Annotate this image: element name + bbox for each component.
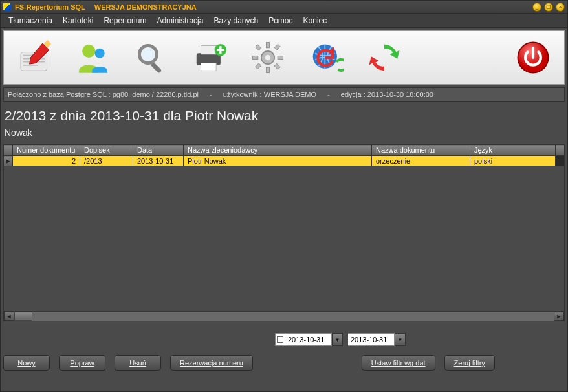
col-nazwa-zleceniodawcy[interactable]: Nazwa zleceniodawcy — [184, 145, 372, 156]
close-icon: × — [559, 4, 562, 10]
svg-rect-12 — [266, 42, 269, 47]
svg-rect-15 — [278, 56, 283, 59]
date-from-checkbox[interactable] — [275, 333, 285, 346]
minimize-icon: _ — [536, 4, 538, 10]
app-icon — [3, 3, 11, 11]
status-user-label: użytkownik : — [223, 91, 262, 98]
edit-icon[interactable] — [17, 39, 53, 76]
menu-tlumaczenia[interactable]: Tłumaczenia — [5, 15, 56, 27]
cell-jezyk[interactable]: polski — [470, 156, 556, 166]
svg-rect-6 — [151, 62, 162, 74]
grid-corner-right — [556, 145, 565, 156]
status-conn-value: pg80_demo / 22280.p.tld.pl — [113, 91, 199, 98]
zeruj-filtry-label: Zeruj filtry — [454, 359, 485, 367]
row-end — [556, 156, 565, 166]
col-nazwa-dokumentu[interactable]: Nazwa dokumentu — [372, 145, 470, 156]
date-from-dropdown-icon[interactable]: ▼ — [332, 333, 343, 346]
status-sep: - — [210, 91, 212, 98]
print-add-icon[interactable] — [191, 39, 228, 76]
menu-koniec[interactable]: Koniec — [300, 15, 331, 27]
col-dopisek[interactable]: Dopisek — [80, 145, 133, 156]
search-icon[interactable] — [133, 39, 169, 76]
scroll-left-icon[interactable]: ◄ — [4, 312, 14, 321]
filter-row: ▼ ▼ — [3, 333, 565, 346]
svg-rect-8 — [201, 45, 217, 54]
menu-kartoteki[interactable]: Kartoteki — [59, 15, 97, 27]
grid-header-row: Numer dokumentu Dopisek Data Nazwa zlece… — [4, 145, 565, 156]
svg-rect-13 — [266, 67, 269, 72]
status-user-value: WERSJA DEMO — [264, 91, 316, 98]
sync-icon[interactable] — [366, 39, 402, 76]
svg-rect-19 — [256, 63, 261, 69]
toolbar — [3, 30, 565, 85]
users-icon[interactable] — [75, 39, 111, 76]
bottom-buttons: Nowy Popraw Usuń Rezerwacja numeru Ustaw… — [3, 355, 565, 371]
data-grid[interactable]: Numer dokumentu Dopisek Data Nazwa zlece… — [3, 144, 565, 311]
status-edition-label: edycja : — [341, 91, 366, 98]
svg-point-3 — [95, 49, 105, 58]
ustaw-filtr-button[interactable]: Ustaw filtr wg dat — [362, 355, 435, 371]
horizontal-scrollbar[interactable]: ◄ ► — [3, 311, 565, 321]
menu-repertorium[interactable]: Repertorium — [100, 15, 150, 27]
usun-button[interactable]: Usuń — [115, 355, 161, 371]
nowy-label: Nowy — [17, 359, 36, 367]
col-data[interactable]: Data — [133, 145, 184, 156]
scroll-right-icon[interactable]: ► — [554, 312, 564, 321]
date-to-dropdown-icon[interactable]: ▼ — [395, 333, 406, 346]
popraw-button[interactable]: Popraw — [59, 355, 105, 371]
title-bar: FS-Repertorium SQL WERSJA DEMONSTRACYJNA… — [1, 1, 567, 14]
status-conn-label: Połączono z bazą Postgre SQL : — [8, 91, 111, 98]
popraw-label: Popraw — [70, 359, 94, 367]
app-mode: WERSJA DEMONSTRACYJNA — [94, 3, 197, 11]
cell-data[interactable]: 2013-10-31 — [133, 156, 184, 166]
svg-point-5 — [142, 48, 155, 61]
menu-pomoc[interactable]: Pomoc — [265, 15, 296, 27]
date-to-box: ▼ — [348, 333, 406, 346]
maximize-button[interactable]: ▢ — [544, 3, 553, 12]
table-row[interactable]: ▶ 2 /2013 2013-10-31 Piotr Nowak orzecze… — [4, 156, 565, 166]
col-numer-dokumentu[interactable]: Numer dokumentu — [13, 145, 80, 156]
svg-point-2 — [82, 45, 95, 58]
rezerwacja-label: Rezerwacja numeru — [180, 359, 243, 367]
scroll-track[interactable] — [14, 312, 554, 321]
ustaw-filtr-label: Ustaw filtr wg dat — [371, 359, 426, 367]
app-title: FS-Repertorium SQL — [15, 3, 85, 11]
date-from-box: ▼ — [275, 333, 343, 346]
scroll-thumb[interactable] — [14, 312, 32, 321]
nowy-button[interactable]: Nowy — [3, 355, 50, 371]
svg-rect-16 — [256, 45, 261, 50]
status-edition-value: 2013-10-30 18:00:00 — [367, 91, 433, 98]
minimize-button[interactable]: _ — [532, 3, 541, 12]
svg-point-20 — [265, 55, 270, 60]
svg-rect-17 — [274, 63, 280, 69]
cell-dokument[interactable]: orzeczenie — [372, 156, 470, 166]
close-button[interactable]: × — [556, 3, 565, 12]
rezerwacja-button[interactable]: Rezerwacja numeru — [170, 355, 253, 371]
globe-refresh-icon[interactable] — [308, 39, 344, 76]
zeruj-filtry-button[interactable]: Zeruj filtry — [444, 355, 495, 371]
grid-corner — [4, 145, 13, 156]
row-indicator-icon: ▶ — [4, 156, 13, 166]
cell-numer[interactable]: 2 — [13, 156, 80, 166]
power-icon[interactable] — [515, 39, 551, 76]
date-to-input[interactable] — [348, 333, 395, 346]
col-jezyk[interactable]: Język — [470, 145, 556, 156]
menu-administracja[interactable]: Administracja — [153, 15, 207, 27]
status-sep: - — [327, 91, 330, 98]
svg-rect-14 — [252, 56, 257, 59]
status-bar: Połączono z bazą Postgre SQL : pg80_demo… — [3, 87, 565, 102]
menu-bar: Tłumaczenia Kartoteki Repertorium Admini… — [1, 14, 567, 28]
maximize-icon: ▢ — [546, 4, 551, 10]
svg-rect-18 — [274, 44, 280, 50]
gear-icon[interactable] — [250, 39, 286, 76]
cell-zleceniodawca[interactable]: Piotr Nowak — [184, 156, 372, 166]
page-title: 2/2013 z dnia 2013-10-31 dla Piotr Nowak — [1, 102, 567, 125]
page-subtitle: Nowak — [1, 125, 567, 140]
usun-label: Usuń — [129, 359, 146, 367]
menu-bazy-danych[interactable]: Bazy danych — [210, 15, 262, 27]
grid-empty-area — [3, 166, 565, 311]
svg-rect-9 — [201, 63, 217, 71]
cell-dopisek[interactable]: /2013 — [80, 156, 133, 166]
date-from-input[interactable] — [285, 333, 332, 346]
